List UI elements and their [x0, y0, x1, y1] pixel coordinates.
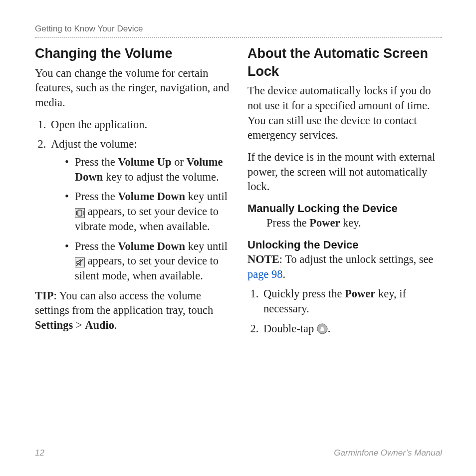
text: Press the: [75, 156, 118, 168]
text: Press the: [75, 190, 118, 203]
volume-substep-up-down: Press the Volume Up or Volume Down key t…: [65, 155, 230, 184]
volume-down-label-2: Volume Down: [118, 190, 185, 203]
note-label: NOTE: [247, 253, 279, 265]
heading-unlock: Unlocking the Device: [247, 238, 442, 252]
volume-intro: You can change the volume for certain fe…: [35, 66, 230, 110]
unlock-note: NOTE: To adjust the unlock settings, see…: [247, 252, 442, 281]
svg-rect-7: [321, 329, 324, 331]
power-key-label: Power: [309, 217, 340, 229]
page-number: 12: [35, 448, 44, 458]
volume-substep-silent: Press the Volume Down key until appears,…: [65, 239, 230, 283]
text: appears, to set your device to vibrate m…: [75, 205, 219, 233]
content-columns: Changing the Volume You can change the v…: [35, 45, 442, 341]
unlock-steps: Quickly press the Power key, if necessar…: [247, 286, 442, 336]
volume-substeps: Press the Volume Up or Volume Down key t…: [51, 155, 230, 283]
text: key.: [340, 217, 361, 229]
tip-label: TIP: [35, 289, 54, 302]
volume-substep-vibrate: Press the Volume Down key until appears,…: [65, 189, 230, 234]
section-header: Getting to Know Your Device: [35, 24, 442, 38]
volume-step-1: Open the application.: [49, 117, 230, 132]
text: or: [172, 156, 187, 168]
text: .: [114, 319, 117, 331]
lock-p1: The device automatically locks if you do…: [247, 83, 442, 143]
volume-step-2-text: Adjust the volume:: [51, 138, 137, 150]
volume-step-2: Adjust the volume: Press the Volume Up o…: [49, 137, 230, 283]
manual-title: Garminfone Owner’s Manual: [334, 448, 442, 458]
page-footer: 12 Garminfone Owner’s Manual: [35, 448, 442, 458]
unlock-step-2: Double-tap .: [261, 321, 442, 336]
manual-lock-body: Press the Power key.: [247, 216, 442, 231]
volume-steps: Open the application. Adjust the volume:…: [35, 117, 230, 283]
left-column: Changing the Volume You can change the v…: [35, 45, 230, 341]
volume-up-label: Volume Up: [118, 156, 171, 168]
right-column: About the Automatic Screen Lock The devi…: [247, 45, 442, 341]
power-key-label-2: Power: [345, 287, 375, 300]
volume-down-label-3: Volume Down: [118, 240, 185, 252]
text: Double-tap: [263, 322, 317, 335]
text: appears, to set your device to silent mo…: [75, 254, 219, 282]
text: : To adjust the unlock settings, see: [279, 253, 434, 265]
settings-label: Settings: [35, 319, 73, 331]
text: : You can also access the volume setting…: [35, 289, 213, 317]
lock-p2: If the device is in the mount with exter…: [247, 150, 442, 194]
heading-manual-lock: Manually Locking the Device: [247, 201, 442, 216]
unlock-step-1: Quickly press the Power key, if necessar…: [261, 286, 442, 316]
audio-label: Audio: [85, 319, 114, 331]
text: .: [283, 268, 286, 280]
heading-screen-lock: About the Automatic Screen Lock: [247, 45, 442, 80]
heading-changing-volume: Changing the Volume: [35, 45, 230, 63]
unlock-button-icon: [317, 323, 328, 334]
text: Press the: [75, 240, 118, 252]
text: Press the: [266, 217, 309, 229]
vibrate-icon: [75, 208, 85, 218]
text: key until: [185, 190, 228, 203]
text: key until: [185, 240, 228, 252]
text: .: [328, 322, 331, 335]
page-98-link[interactable]: page 98: [247, 268, 283, 280]
text: Quickly press the: [263, 287, 345, 300]
silent-icon: [75, 257, 85, 267]
text: key to adjust the volume.: [103, 171, 219, 183]
volume-tip: TIP: You can also access the volume sett…: [35, 288, 230, 333]
text: >: [73, 319, 85, 331]
